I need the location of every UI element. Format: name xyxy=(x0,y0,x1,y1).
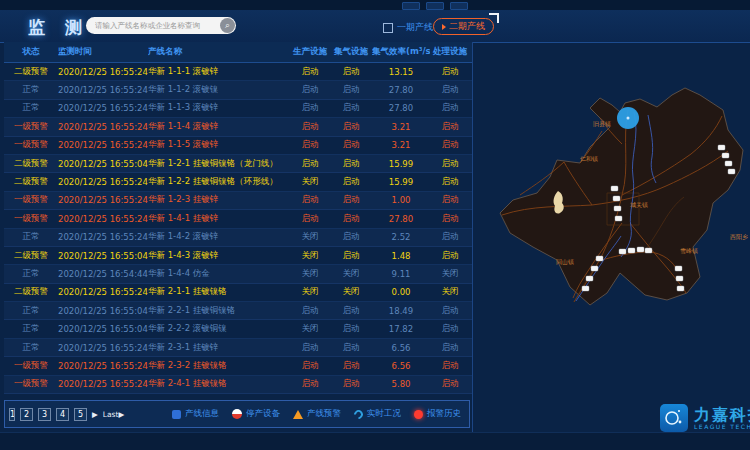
legend-item-alarm-dot[interactable]: 报警历史 xyxy=(414,408,461,420)
cell-efficiency: 1.48 xyxy=(372,251,430,261)
cell-gas: 启动 xyxy=(330,378,372,390)
map-marker[interactable] xyxy=(582,286,589,291)
map-marker[interactable] xyxy=(637,247,644,252)
cell-name: 华新 1-1-4 滚镀锌 xyxy=(148,121,290,133)
map-marker[interactable] xyxy=(613,196,620,201)
cell-gas: 启动 xyxy=(330,323,372,335)
cell-gas: 启动 xyxy=(330,360,372,372)
table-row[interactable]: 二级预警2020/12/25 16:55:24华新 1-1-1 滚镀锌启动启动1… xyxy=(4,63,472,81)
cell-status: 一级预警 xyxy=(4,378,58,390)
next-page-button[interactable]: ▶ xyxy=(92,410,98,419)
map-marker[interactable] xyxy=(676,276,683,281)
cell-time: 2020/12/25 16:55:24 xyxy=(58,214,148,224)
map-town-label: 仁和镇 xyxy=(580,155,598,162)
cell-status: 一级预警 xyxy=(4,194,58,206)
production-line-panel: 状态监测时间产线名称生产设施集气设施集气效率(m³/s)处理设施 二级预警202… xyxy=(4,42,473,432)
map-town-label: 回山镇 xyxy=(556,258,574,266)
page-button[interactable]: 3 xyxy=(38,408,51,421)
cell-treatment: 启动 xyxy=(430,139,470,151)
map-marker[interactable] xyxy=(722,153,729,158)
cluster-marker[interactable] xyxy=(617,107,639,129)
page-button[interactable]: 2 xyxy=(20,408,33,421)
map-marker[interactable] xyxy=(725,161,732,166)
table-row[interactable]: 正常2020/12/25 16:55:04华新 2-2-1 挂镀铜镍铬启动启动1… xyxy=(4,302,472,320)
map-marker[interactable] xyxy=(615,216,622,221)
table-row[interactable]: 正常2020/12/25 16:55:24华新 1-4-2 滚镀锌关闭启动2.5… xyxy=(4,229,472,247)
cell-efficiency: 3.21 xyxy=(372,140,430,150)
table-row[interactable]: 二级预警2020/12/25 16:55:24华新 2-1-1 挂镀镍铬关闭关闭… xyxy=(4,284,472,302)
cell-production: 启动 xyxy=(290,66,330,78)
cell-gas: 启动 xyxy=(330,194,372,206)
table-row[interactable]: 正常2020/12/25 16:54:44华新 1-4-4 仿金关闭关闭9.11… xyxy=(4,265,472,283)
page-button[interactable]: 4 xyxy=(56,408,69,421)
cell-treatment: 启动 xyxy=(430,213,470,225)
table-header-row: 状态监测时间产线名称生产设施集气设施集气效率(m³/s)处理设施 xyxy=(4,42,472,63)
table-row[interactable]: 正常2020/12/25 16:55:24华新 1-1-3 滚镀锌启动启动27.… xyxy=(4,100,472,118)
cell-time: 2020/12/25 16:55:24 xyxy=(58,177,148,187)
cell-status: 一级预警 xyxy=(4,121,58,133)
cell-efficiency: 13.15 xyxy=(372,67,430,77)
map-marker[interactable] xyxy=(645,248,652,253)
map-marker[interactable] xyxy=(586,276,593,281)
page-button[interactable]: 1 xyxy=(9,408,15,421)
map-marker[interactable] xyxy=(596,256,603,261)
map-marker[interactable] xyxy=(728,169,735,174)
cell-gas: 启动 xyxy=(330,176,372,188)
cell-gas: 启动 xyxy=(330,102,372,114)
legend-item-info-square[interactable]: 产线信息 xyxy=(172,408,219,420)
info-square-icon xyxy=(172,410,181,419)
cell-time: 2020/12/25 16:55:24 xyxy=(58,85,148,95)
map-marker[interactable] xyxy=(614,206,621,211)
magnifier-icon[interactable]: ⌕ xyxy=(220,18,235,33)
map-marker[interactable] xyxy=(619,249,626,254)
region-map[interactable]: 旧县镇仁和镇城关镇回山镇西阳乡雪峰镇 xyxy=(480,55,750,405)
brand-subtitle: LEAGUE TECH xyxy=(694,423,750,431)
cell-production: 关闭 xyxy=(290,176,330,188)
column-header: 监测时间 xyxy=(58,46,148,58)
search-box[interactable]: ⌕ xyxy=(86,17,236,34)
cell-gas: 启动 xyxy=(330,121,372,133)
cell-name: 华新 2-3-1 挂镀锌 xyxy=(148,342,290,354)
column-header: 处理设施 xyxy=(430,46,470,58)
cell-efficiency: 6.56 xyxy=(372,343,430,353)
phase1-checkbox[interactable]: 一期产线 xyxy=(383,21,433,34)
map-marker[interactable] xyxy=(718,145,725,150)
cell-time: 2020/12/25 16:55:04 xyxy=(58,306,148,316)
cell-treatment: 启动 xyxy=(430,305,470,317)
table-row[interactable]: 一级预警2020/12/25 16:55:24华新 1-4-1 挂镀锌启动启动2… xyxy=(4,210,472,228)
cell-efficiency: 3.21 xyxy=(372,122,430,132)
cell-efficiency: 27.80 xyxy=(372,214,430,224)
table-row[interactable]: 二级预警2020/12/25 16:55:24华新 1-2-2 挂镀铜镍铬（环形… xyxy=(4,173,472,191)
cell-production: 关闭 xyxy=(290,231,330,243)
table-row[interactable]: 一级预警2020/12/25 16:55:24华新 2-4-1 挂镀镍铬启动启动… xyxy=(4,376,472,394)
table-row[interactable]: 一级预警2020/12/25 16:55:24华新 1-2-3 挂镀锌启动启动1… xyxy=(4,192,472,210)
map-marker[interactable] xyxy=(628,248,635,253)
map-marker[interactable] xyxy=(675,266,682,271)
legend-item-stop-circle[interactable]: 停产设备 xyxy=(232,408,280,420)
map-marker[interactable] xyxy=(677,286,684,291)
table-row[interactable]: 正常2020/12/25 16:55:04华新 2-2-2 滚镀铜镍关闭启动17… xyxy=(4,320,472,338)
cell-production: 启动 xyxy=(290,102,330,114)
table-row[interactable]: 二级预警2020/12/25 16:55:04华新 1-2-1 挂镀铜镍铬（龙门… xyxy=(4,155,472,173)
page-button[interactable]: 5 xyxy=(74,408,87,421)
cell-gas: 启动 xyxy=(330,342,372,354)
cell-name: 华新 1-2-2 挂镀铜镍铬（环形线） xyxy=(148,176,290,188)
map-marker[interactable] xyxy=(591,266,598,271)
legend-item-gauge[interactable]: 实时工况 xyxy=(354,408,401,420)
table-row[interactable]: 一级预警2020/12/25 16:55:24华新 2-3-2 挂镀镍铬启动启动… xyxy=(4,357,472,375)
cell-treatment: 启动 xyxy=(430,360,470,372)
legend-item-warning-triangle[interactable]: 产线预警 xyxy=(293,408,341,420)
cell-time: 2020/12/25 16:55:04 xyxy=(58,324,148,334)
table-row[interactable]: 正常2020/12/25 16:55:24华新 1-1-2 滚镀镍启动启动27.… xyxy=(4,81,472,99)
cell-status: 正常 xyxy=(4,305,58,317)
last-page-button[interactable]: Last▶ xyxy=(103,410,124,419)
map-marker[interactable] xyxy=(611,186,618,191)
search-input[interactable] xyxy=(86,21,220,30)
table-row[interactable]: 一级预警2020/12/25 16:55:24华新 1-1-5 滚镀锌启动启动3… xyxy=(4,137,472,155)
bottom-toolbar: 12345▶Last▶ 产线信息停产设备产线预警实时工况报警历史 xyxy=(4,400,470,428)
phase2-button[interactable]: 二期产线 xyxy=(433,18,494,35)
table-row[interactable]: 一级预警2020/12/25 16:55:24华新 1-1-4 滚镀锌启动启动3… xyxy=(4,118,472,136)
cell-gas: 启动 xyxy=(330,66,372,78)
table-row[interactable]: 正常2020/12/25 16:55:24华新 2-3-1 挂镀锌启动启动6.5… xyxy=(4,339,472,357)
table-row[interactable]: 二级预警2020/12/25 16:55:04华新 1-4-3 滚镀锌关闭启动1… xyxy=(4,247,472,265)
